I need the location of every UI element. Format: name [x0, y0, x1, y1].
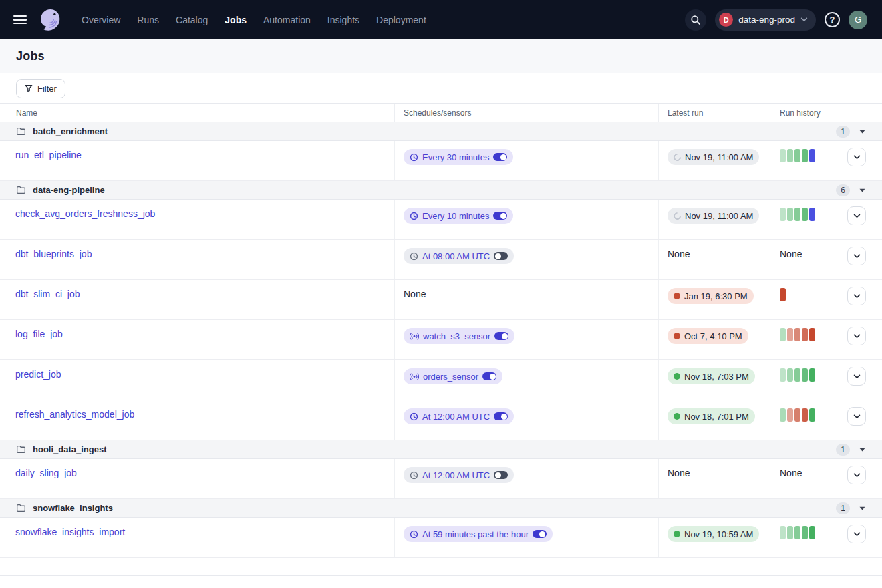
run-history-bar[interactable]: [794, 149, 800, 162]
row-expand-button[interactable]: [847, 407, 866, 426]
row-expand-button[interactable]: [847, 287, 866, 305]
latest-run-chip[interactable]: Jan 19, 6:30 PM: [668, 288, 754, 304]
nav-item-automation[interactable]: Automation: [263, 15, 311, 25]
schedule-toggle[interactable]: [494, 252, 508, 260]
job-group-row[interactable]: snowflake_insights 1: [0, 499, 882, 518]
schedule-toggle[interactable]: [494, 412, 508, 420]
schedule-toggle[interactable]: [493, 153, 507, 161]
hamburger-menu-icon[interactable]: [13, 15, 27, 25]
row-expand-button[interactable]: [847, 525, 866, 543]
user-avatar[interactable]: G: [849, 11, 867, 29]
latest-run-chip[interactable]: Nov 19, 11:00 AM: [668, 208, 759, 224]
job-name-link[interactable]: dbt_slim_ci_job: [15, 289, 80, 299]
job-group-row[interactable]: hooli_data_ingest 1: [0, 440, 882, 459]
run-history-bar[interactable]: [809, 149, 815, 162]
job-name-link[interactable]: snowflake_insights_import: [15, 527, 125, 537]
schedule-toggle[interactable]: [493, 212, 507, 220]
filter-bar: Filter: [0, 74, 882, 104]
search-button[interactable]: [685, 9, 706, 31]
job-name-link[interactable]: predict_job: [15, 369, 61, 380]
sensor-toggle[interactable]: [494, 332, 508, 340]
run-history-bar[interactable]: [794, 208, 800, 221]
nav-item-deployment[interactable]: Deployment: [376, 15, 426, 25]
schedule-toggle[interactable]: [533, 530, 547, 538]
run-history-bar[interactable]: [802, 149, 808, 162]
nav-item-overview[interactable]: Overview: [82, 15, 120, 25]
sensor-toggle[interactable]: [482, 372, 496, 380]
run-history-bar[interactable]: [780, 149, 786, 162]
nav-item-insights[interactable]: Insights: [327, 15, 359, 25]
deployment-switcher[interactable]: D data-eng-prod: [715, 9, 816, 31]
run-history-bar[interactable]: [802, 208, 808, 221]
group-name: hooli_data_ingest: [33, 444, 107, 454]
schedule-chip[interactable]: At 12:00 AM UTC: [404, 467, 514, 483]
job-name-link[interactable]: refresh_analytics_model_job: [15, 409, 134, 420]
latest-run-chip[interactable]: Nov 18, 7:01 PM: [668, 408, 755, 424]
sensor-chip[interactable]: orders_sensor: [404, 368, 502, 384]
run-history-bar[interactable]: [780, 526, 786, 539]
row-expand-button[interactable]: [847, 206, 866, 225]
job-group-row[interactable]: data-eng-pipeline 6: [0, 181, 882, 200]
schedule-chip[interactable]: At 12:00 AM UTC: [404, 408, 514, 424]
run-history-bar[interactable]: [780, 368, 786, 382]
run-history-bar[interactable]: [809, 328, 815, 341]
run-history-bar[interactable]: [802, 328, 808, 341]
run-history-bar[interactable]: [787, 368, 793, 382]
help-icon[interactable]: ?: [825, 12, 840, 27]
schedule-toggle[interactable]: [494, 471, 508, 479]
run-history-bar[interactable]: [809, 408, 815, 422]
latest-run-chip[interactable]: Oct 7, 4:10 PM: [668, 328, 748, 344]
nav-item-catalog[interactable]: Catalog: [176, 15, 208, 25]
caret-down-icon[interactable]: [858, 505, 867, 512]
run-history-bar[interactable]: [787, 328, 793, 341]
deployment-badge: D: [719, 13, 733, 27]
run-history-bar[interactable]: [787, 149, 793, 162]
run-history-bar[interactable]: [809, 368, 815, 382]
nav-item-runs[interactable]: Runs: [137, 15, 159, 25]
run-history-bar[interactable]: [787, 208, 793, 221]
row-expand-button[interactable]: [847, 247, 866, 265]
job-row: refresh_analytics_model_job At 12:00 AM …: [0, 400, 882, 440]
filter-button[interactable]: Filter: [16, 79, 65, 98]
row-expand-button[interactable]: [847, 367, 866, 386]
nav-item-jobs[interactable]: Jobs: [225, 15, 247, 25]
schedule-chip[interactable]: At 08:00 AM UTC: [404, 248, 514, 264]
run-history-bar[interactable]: [780, 288, 786, 301]
job-name-link[interactable]: dbt_blueprints_job: [15, 249, 92, 259]
job-name-link[interactable]: log_file_job: [15, 329, 63, 339]
caret-down-icon[interactable]: [858, 187, 867, 194]
schedule-chip[interactable]: At 59 minutes past the hour: [404, 526, 553, 542]
latest-run-chip[interactable]: Nov 18, 7:03 PM: [668, 368, 755, 384]
run-history-bars: [780, 149, 831, 162]
run-history-bar[interactable]: [802, 408, 808, 422]
row-expand-button[interactable]: [847, 327, 866, 345]
run-history-bar[interactable]: [794, 328, 800, 341]
job-group-row[interactable]: batch_enrichment 1: [0, 122, 882, 141]
latest-run-chip[interactable]: Nov 19, 11:00 AM: [668, 149, 759, 165]
run-history-bar[interactable]: [794, 526, 800, 539]
schedule-chip[interactable]: Every 10 minutes: [404, 208, 513, 224]
group-name: snowflake_insights: [33, 503, 113, 513]
run-history-bar[interactable]: [794, 368, 800, 382]
run-history-bar[interactable]: [809, 208, 815, 221]
job-name-link[interactable]: check_avg_orders_freshness_job: [15, 208, 155, 219]
run-history-bar[interactable]: [802, 526, 808, 539]
run-history-bar[interactable]: [780, 328, 786, 341]
run-history-bar[interactable]: [794, 408, 800, 422]
row-expand-button[interactable]: [847, 466, 866, 484]
caret-down-icon[interactable]: [858, 128, 867, 135]
latest-run-chip[interactable]: Nov 19, 10:59 AM: [668, 526, 759, 542]
run-history-bar[interactable]: [780, 408, 786, 422]
run-history-bar[interactable]: [787, 526, 793, 539]
caret-down-icon[interactable]: [858, 446, 867, 453]
run-history-bar[interactable]: [787, 408, 793, 422]
dagster-logo-icon[interactable]: [37, 7, 63, 33]
row-expand-button[interactable]: [847, 148, 866, 166]
run-history-bar[interactable]: [780, 208, 786, 221]
job-name-link[interactable]: run_etl_pipeline: [15, 150, 82, 160]
sensor-chip[interactable]: watch_s3_sensor: [404, 328, 514, 344]
schedule-chip[interactable]: Every 30 minutes: [404, 149, 513, 165]
run-history-bar[interactable]: [809, 526, 815, 539]
job-name-link[interactable]: daily_sling_job: [15, 468, 77, 478]
run-history-bar[interactable]: [802, 368, 808, 382]
